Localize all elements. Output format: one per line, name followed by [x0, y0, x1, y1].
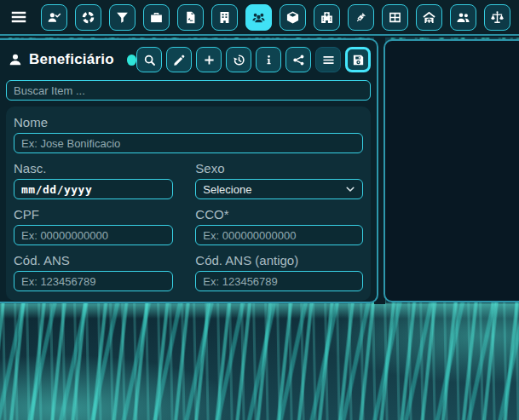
nasc-input[interactable]	[14, 179, 173, 199]
cpf-label: CPF	[14, 207, 173, 222]
table-cells-icon	[388, 10, 402, 25]
house-users-icon	[422, 10, 436, 25]
history-icon	[232, 53, 246, 67]
share-button[interactable]	[285, 47, 311, 72]
detail-panel	[383, 39, 519, 302]
status-dot	[127, 55, 136, 66]
history-button[interactable]	[226, 47, 251, 72]
top-toolbar	[0, 0, 519, 36]
building-icon	[217, 10, 232, 25]
add-button[interactable]	[196, 47, 222, 72]
toolbar-users-group-button[interactable]	[245, 4, 272, 31]
save-button[interactable]	[345, 47, 371, 72]
cod-ans-antigo-input[interactable]	[195, 271, 363, 291]
save-icon	[351, 53, 366, 67]
hamburger-menu-button[interactable]	[4, 3, 33, 32]
toolbar-scales-button[interactable]	[484, 4, 510, 31]
toolbar-users-button[interactable]	[450, 4, 476, 31]
field-nome: Nome	[14, 115, 363, 153]
field-nasc: Nasc.	[14, 153, 173, 199]
sexo-label: Sexo	[195, 161, 363, 175]
field-cod-ans: Cód. ANS	[14, 245, 173, 291]
field-cpf: CPF	[14, 199, 173, 245]
edit-button[interactable]	[166, 47, 192, 72]
hospital-icon	[320, 10, 334, 25]
toolbar-building-button[interactable]	[211, 4, 238, 31]
toolbar-syringe-button[interactable]	[348, 4, 374, 31]
beneficiario-panel: Beneficiário Nome Nasc. Sexo	[0, 38, 378, 303]
panel-header: Beneficiário	[6, 45, 371, 74]
users-icon	[456, 10, 470, 25]
syringe-icon	[354, 10, 368, 25]
sexo-select-wrap: Selecione	[195, 179, 363, 199]
file-contract-icon	[183, 10, 198, 25]
cod-ans-antigo-label: Cód. ANS (antigo)	[195, 253, 363, 268]
form-fieldset: Nome Nasc. Sexo Selecione CPF	[6, 106, 371, 301]
row-nasc-sexo: Nasc. Sexo Selecione	[14, 153, 363, 199]
briefcase-icon	[149, 10, 164, 25]
toolbar-filter-button[interactable]	[109, 4, 136, 31]
cube-icon	[285, 10, 300, 25]
plus-icon	[202, 53, 216, 67]
user-check-icon	[47, 10, 61, 25]
row-cod-ans: Cód. ANS Cód. ANS (antigo)	[14, 245, 363, 291]
toolbar-user-check-button[interactable]	[41, 4, 67, 31]
toolbar-briefcase-button[interactable]	[143, 4, 170, 31]
hamburger-icon	[9, 8, 28, 26]
field-cod-ans-antigo: Cód. ANS (antigo)	[195, 245, 363, 291]
filter-icon	[115, 10, 130, 25]
info-button[interactable]	[256, 47, 281, 72]
search-input[interactable]	[6, 80, 371, 101]
panel-actions	[136, 47, 371, 72]
nome-label: Nome	[14, 115, 363, 129]
toolbar-cube-button[interactable]	[280, 4, 306, 31]
list-button[interactable]	[315, 47, 341, 72]
field-sexo: Sexo Selecione	[195, 153, 363, 199]
cpf-input[interactable]	[14, 225, 173, 245]
nasc-label: Nasc.	[14, 161, 173, 175]
search-icon	[142, 53, 157, 67]
pencil-icon	[172, 53, 187, 67]
toolbar-house-users-button[interactable]	[416, 4, 442, 31]
list-icon	[321, 53, 336, 67]
cod-ans-label: Cód. ANS	[14, 253, 173, 268]
life-ring-icon	[81, 10, 95, 25]
scales-icon	[490, 10, 505, 25]
row-cpf-cco: CPF CCO*	[14, 199, 363, 245]
users-group-icon	[251, 10, 266, 25]
cco-label: CCO*	[195, 207, 363, 222]
cod-ans-input[interactable]	[14, 271, 173, 291]
cco-input[interactable]	[195, 225, 363, 245]
toolbar-hospital-button[interactable]	[314, 4, 340, 31]
page-title: Beneficiário	[29, 51, 114, 68]
nome-input[interactable]	[14, 133, 363, 153]
toolbar-life-ring-button[interactable]	[75, 4, 101, 31]
field-cco: CCO*	[195, 199, 363, 245]
toolbar-file-contract-button[interactable]	[177, 4, 204, 31]
sexo-select[interactable]: Selecione	[195, 179, 363, 199]
share-nodes-icon	[291, 53, 306, 67]
user-icon	[8, 52, 23, 67]
toolbar-table-button[interactable]	[382, 4, 408, 31]
info-icon	[262, 53, 276, 67]
search-button[interactable]	[136, 47, 162, 72]
